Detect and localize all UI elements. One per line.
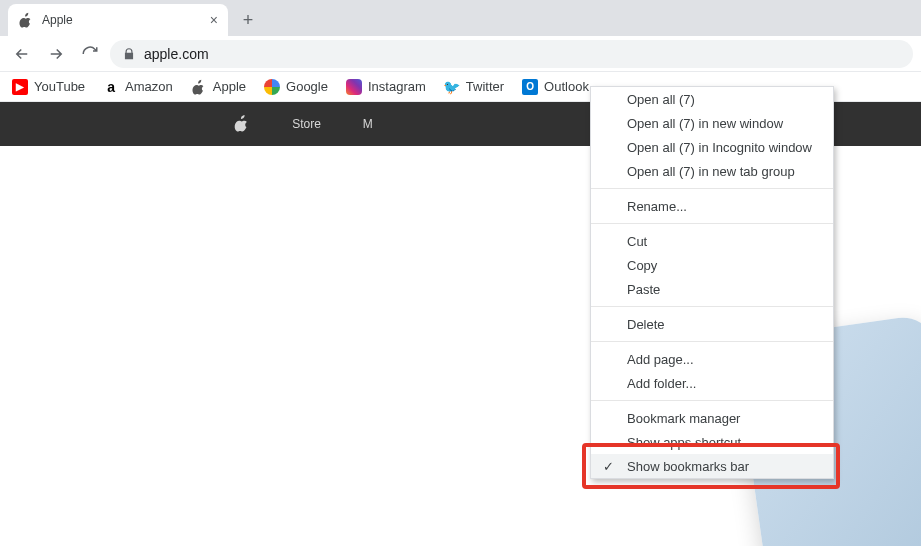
- bookmark-label: Twitter: [466, 79, 504, 94]
- context-menu-item[interactable]: Show apps shortcut: [591, 430, 833, 454]
- context-menu-item[interactable]: Bookmark manager: [591, 406, 833, 430]
- tab-title: Apple: [42, 13, 73, 27]
- context-menu-separator: [591, 223, 833, 224]
- twitter-icon: 🐦: [444, 79, 460, 95]
- bookmark-outlook[interactable]: OOutlook: [522, 79, 589, 95]
- google-icon: [264, 79, 280, 95]
- youtube-icon: ▶: [12, 79, 28, 95]
- address-bar[interactable]: apple.com: [110, 40, 913, 68]
- url-text: apple.com: [144, 46, 209, 62]
- context-menu-separator: [591, 306, 833, 307]
- toolbar: apple.com: [0, 36, 921, 72]
- context-menu-separator: [591, 341, 833, 342]
- bookmark-label: Outlook: [544, 79, 589, 94]
- bookmark-twitter[interactable]: 🐦Twitter: [444, 79, 504, 95]
- bookmark-youtube[interactable]: ▶YouTube: [12, 79, 85, 95]
- apple-icon: [191, 79, 207, 95]
- bookmark-amazon[interactable]: aAmazon: [103, 79, 173, 95]
- context-menu-item[interactable]: Rename...: [591, 194, 833, 218]
- bookmark-instagram[interactable]: Instagram: [346, 79, 426, 95]
- bookmark-label: Google: [286, 79, 328, 94]
- instagram-icon: [346, 79, 362, 95]
- amazon-icon: a: [103, 79, 119, 95]
- tab-strip: Apple × +: [0, 0, 921, 36]
- nav-store[interactable]: Store: [292, 117, 321, 131]
- bookmark-label: Amazon: [125, 79, 173, 94]
- context-menu-item[interactable]: Open all (7) in new window: [591, 111, 833, 135]
- apple-favicon: [18, 12, 34, 28]
- bookmark-label: Apple: [213, 79, 246, 94]
- close-tab-icon[interactable]: ×: [210, 12, 218, 28]
- bookmark-label: YouTube: [34, 79, 85, 94]
- bookmark-label: Instagram: [368, 79, 426, 94]
- nav-item[interactable]: M: [363, 117, 373, 131]
- outlook-icon: O: [522, 79, 538, 95]
- context-menu-item[interactable]: Paste: [591, 277, 833, 301]
- context-menu-item[interactable]: Add page...: [591, 347, 833, 371]
- browser-tab[interactable]: Apple ×: [8, 4, 228, 36]
- context-menu-separator: [591, 400, 833, 401]
- context-menu-item[interactable]: Add folder...: [591, 371, 833, 395]
- back-button[interactable]: [8, 40, 36, 68]
- context-menu-item[interactable]: Show bookmarks bar: [591, 454, 833, 478]
- forward-button[interactable]: [42, 40, 70, 68]
- context-menu-item[interactable]: Delete: [591, 312, 833, 336]
- apple-logo-icon[interactable]: [234, 114, 250, 135]
- context-menu-item[interactable]: Open all (7) in Incognito window: [591, 135, 833, 159]
- context-menu: Open all (7)Open all (7) in new windowOp…: [590, 86, 834, 479]
- reload-button[interactable]: [76, 40, 104, 68]
- new-tab-button[interactable]: +: [234, 6, 262, 34]
- context-menu-item[interactable]: Open all (7): [591, 87, 833, 111]
- context-menu-item[interactable]: Cut: [591, 229, 833, 253]
- lock-icon: [122, 47, 136, 61]
- context-menu-item[interactable]: Open all (7) in new tab group: [591, 159, 833, 183]
- context-menu-item[interactable]: Copy: [591, 253, 833, 277]
- context-menu-separator: [591, 188, 833, 189]
- bookmark-apple[interactable]: Apple: [191, 79, 246, 95]
- bookmark-google[interactable]: Google: [264, 79, 328, 95]
